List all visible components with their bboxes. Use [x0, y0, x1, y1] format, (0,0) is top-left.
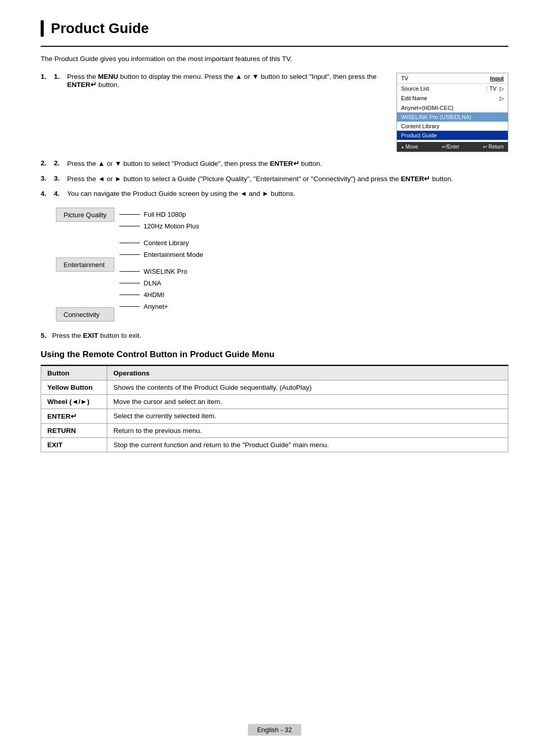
op-enter: Select the currently selected item. [107, 409, 508, 424]
table-row: Wheel (◄/►) Move the cursor and select a… [41, 395, 508, 409]
category-picture-quality: Picture Quality [56, 208, 114, 222]
step-2-content: Press the ▲ or ▼ button to select "Produ… [67, 159, 508, 167]
tv-menu-item-source: Source List: TV ▷ [397, 84, 508, 94]
op-yellow: Shows the contents of the Product Guide … [107, 381, 508, 395]
step-3: 3. Press the ◄ or ► button to select a G… [41, 175, 508, 183]
tv-menu-footer: ⬧ Move ↵/Enter ↩ Return [397, 142, 508, 152]
guide-item-dlna: DLNA [119, 279, 203, 287]
step-4-content: You can navigate the Product Guide scree… [67, 190, 508, 197]
guide-item-wiselink: WISELINK Pro [119, 268, 203, 275]
intro-text: The Product Guide gives you information … [41, 55, 508, 63]
guide-diagram: Picture Quality Entertainment Connectivi… [56, 208, 508, 322]
col-operations: Operations [107, 366, 508, 381]
step-1-text: Press the MENU button to display the men… [67, 73, 381, 89]
guide-items: Full HD 1080p 120Hz Motion Plus Content … [119, 208, 203, 322]
remote-table: Button Operations Yellow Button Shows th… [41, 366, 508, 452]
col-button: Button [41, 366, 107, 381]
step-2: 2. Press the ▲ or ▼ button to select "Pr… [41, 159, 508, 167]
guide-item-fullhd: Full HD 1080p [119, 211, 203, 218]
page-title-bar: Product Guide [41, 20, 508, 37]
tv-menu-item-wiselink: WISELINK Pro (USB/DLNA) [397, 112, 508, 122]
guide-item-entertainmentmode: Entertainment Mode [119, 251, 203, 258]
guide-item-contentlib: Content Library [119, 239, 203, 247]
op-exit: Stop the current function and return to … [107, 438, 508, 452]
step-1: 1. Press the MENU button to display the … [41, 73, 508, 152]
button-exit: EXIT [41, 438, 107, 452]
button-return: RETURN [41, 424, 107, 438]
button-wheel: Wheel (◄/►) [41, 395, 107, 409]
title-divider [41, 46, 508, 47]
remote-section-title: Using the Remote Control Button in Produ… [41, 350, 508, 360]
step-3-content: Press the ◄ or ► button to select a Guid… [67, 175, 508, 183]
op-wheel: Move the cursor and select an item. [107, 395, 508, 409]
table-row: ENTER↵ Select the currently selected ite… [41, 409, 508, 424]
tv-menu-item-editname: Edit Name▷ [397, 94, 508, 103]
op-return: Return to the previous menu. [107, 424, 508, 438]
button-yellow: Yellow Button [41, 381, 107, 395]
step-5: 5. Press the EXIT button to exit. [41, 332, 508, 339]
step-1-content: Press the MENU button to display the men… [67, 73, 508, 152]
tv-menu-input-label: Input [490, 75, 504, 81]
guide-categories: Picture Quality Entertainment Connectivi… [56, 208, 114, 322]
table-row: EXIT Stop the current function and retur… [41, 438, 508, 452]
page-title: Product Guide [51, 20, 508, 37]
table-row: Yellow Button Shows the contents of the … [41, 381, 508, 395]
tv-menu-item-anynet: Anynet+(HDMI-CEC) [397, 103, 508, 112]
category-connectivity: Connectivity [56, 307, 114, 322]
tv-menu-item-productguide: Product Guide [397, 131, 508, 140]
category-entertainment: Entertainment [56, 257, 114, 272]
tv-menu-item-contentlib: Content Library [397, 122, 508, 131]
guide-item-120hz: 120Hz Motion Plus [119, 222, 203, 230]
guide-item-anynet: Anynet+ [119, 303, 203, 310]
tv-menu-tv-label: TV [401, 75, 408, 81]
step-4: 4. You can navigate the Product Guide sc… [41, 190, 508, 197]
steps-list: 1. Press the MENU button to display the … [41, 73, 508, 197]
footer-page-number: English - 32 [248, 724, 301, 736]
table-header-row: Button Operations [41, 366, 508, 381]
guide-item-4hdmi: 4HDMI [119, 291, 203, 299]
tv-menu-diagram: TV Input Source List: TV ▷ Edit Name▷ An… [396, 73, 508, 152]
button-enter: ENTER↵ [41, 409, 107, 424]
table-row: RETURN Return to the previous menu. [41, 424, 508, 438]
